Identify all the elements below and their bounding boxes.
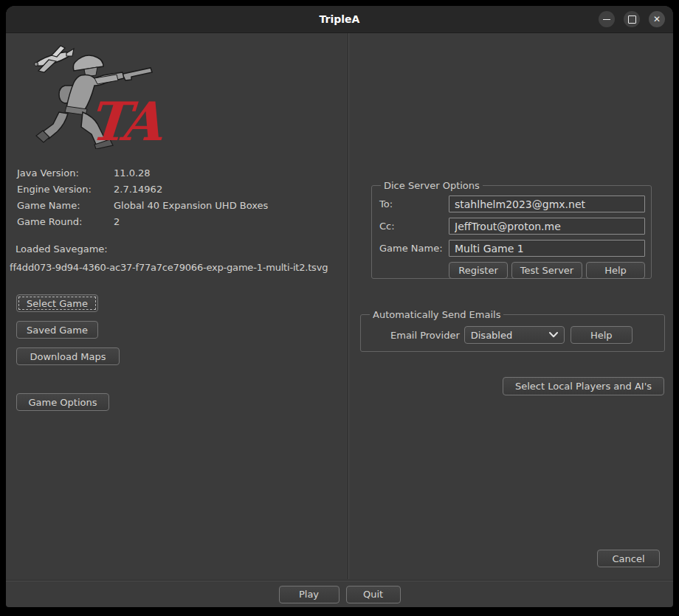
select-game-button[interactable]: Select Game (16, 294, 98, 312)
cancel-button[interactable]: Cancel (597, 550, 660, 567)
triplea-logo: TA (21, 37, 172, 149)
email-provider-select[interactable]: Disabled (464, 326, 565, 344)
to-input[interactable] (449, 195, 645, 212)
loaded-savegame-value: ff4dd073-9d94-4360-ac37-f77a7ce79066-exp… (10, 262, 328, 273)
minimize-button[interactable] (599, 11, 615, 27)
cc-input[interactable] (449, 218, 645, 235)
window-controls: ✕ (599, 11, 665, 27)
email-provider-row: Email Provider Disabled Help (390, 326, 658, 344)
engine-version-label: Engine Version: (17, 184, 114, 195)
cc-label: Cc: (379, 221, 444, 232)
quit-button[interactable]: Quit (346, 586, 401, 603)
test-server-button[interactable]: Test Server (511, 262, 582, 279)
close-icon: ✕ (653, 15, 661, 24)
game-name-value: Global 40 Expansion UHD Boxes (114, 200, 342, 211)
bottom-action-bar: Play Quit (6, 580, 673, 607)
email-provider-value: Disabled (471, 330, 512, 341)
info-row-game-name: Game Name: Global 40 Expansion UHD Boxes (17, 197, 342, 213)
to-label: To: (379, 198, 444, 210)
game-info: Java Version: 11.0.28 Engine Version: 2.… (17, 165, 342, 229)
saved-game-button[interactable]: Saved Game (16, 321, 98, 339)
info-row-java: Java Version: 11.0.28 (17, 165, 342, 181)
dice-server-buttons: Register Test Server Help (449, 262, 645, 279)
play-button[interactable]: Play (279, 586, 340, 603)
register-button[interactable]: Register (449, 262, 508, 279)
titlebar: TripleA ✕ (6, 6, 673, 33)
airplane-icon (34, 46, 74, 72)
info-row-game-round: Game Round: 2 (17, 213, 342, 229)
game-round-value: 2 (114, 216, 342, 227)
info-row-engine: Engine Version: 2.7.14962 (17, 181, 342, 197)
panel-divider (348, 33, 349, 579)
dice-server-options-legend: Dice Server Options (381, 180, 483, 191)
java-version-value: 11.0.28 (114, 167, 342, 179)
dice-game-name-input[interactable] (449, 240, 645, 257)
java-version-label: Java Version: (17, 167, 114, 179)
game-round-label: Game Round: (17, 216, 114, 227)
auto-send-emails-group: Automatically Send Emails Email Provider… (360, 309, 665, 352)
maximize-icon (628, 15, 636, 24)
email-provider-label: Email Provider (390, 330, 460, 341)
game-options-button[interactable]: Game Options (16, 393, 109, 411)
close-button[interactable]: ✕ (649, 11, 665, 27)
maximize-button[interactable] (624, 11, 640, 27)
select-local-players-button[interactable]: Select Local Players and AI's (503, 377, 664, 395)
dice-server-options-group: Dice Server Options To: Cc: Game Name: R… (371, 180, 652, 279)
minimize-icon (603, 19, 610, 20)
logo-ta-text: TA (86, 90, 165, 149)
chevron-down-icon (549, 332, 558, 338)
loaded-savegame-label: Loaded Savegame: (15, 243, 108, 255)
engine-version-value: 2.7.14962 (114, 184, 342, 195)
emails-help-button[interactable]: Help (571, 326, 633, 344)
auto-send-emails-legend: Automatically Send Emails (370, 309, 503, 320)
triplea-window: TripleA ✕ (6, 6, 673, 607)
dice-game-name-label: Game Name: (379, 243, 444, 254)
game-name-label: Game Name: (17, 200, 114, 211)
dice-help-button[interactable]: Help (586, 262, 645, 279)
download-maps-button[interactable]: Download Maps (16, 347, 120, 365)
window-title: TripleA (320, 13, 360, 25)
